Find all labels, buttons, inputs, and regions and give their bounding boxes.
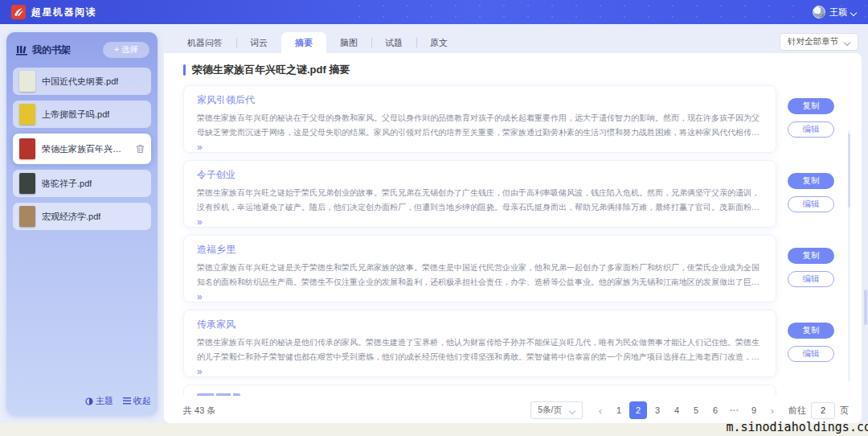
expand-icon[interactable]: » (197, 142, 203, 153)
summary-card: 造福乡里荣德立家族百年兴旺之谜是关于荣德生和荣氏兄弟家族的故事。荣德生是中国近代… (183, 235, 776, 302)
pager: 5条/页 ‹ 123456•••9 › 前往 页 (530, 401, 849, 419)
page-number-6[interactable]: 6 (706, 401, 724, 419)
edit-button[interactable]: 编辑 (788, 346, 834, 362)
edit-button[interactable]: 编辑 (788, 271, 834, 287)
summary-card-row: 令子创业荣德生家族百年兴旺之谜始于荣氏兄弟创业的故事。荣氏兄弟在无锡创办了广生钱… (183, 160, 845, 228)
summary-card-row: 传承家风荣德生家族百年兴旺的秘诀是他们传承的家风。荣德生建造了宝界桥，他认为财富… (183, 310, 845, 377)
card-actions: 复制编辑 (776, 235, 845, 287)
expand-icon[interactable]: » (197, 216, 203, 228)
tab-list: 机器问答词云摘要脑图试题原文 (174, 32, 461, 53)
summary-card: 传承家风荣德生家族百年兴旺的秘诀是他们传承的家风。荣德生建造了宝界桥，他认为财富… (183, 310, 776, 377)
title-accent-bar (183, 64, 186, 76)
app-logo-icon (11, 5, 26, 19)
shelf-title: 我的书架 (32, 43, 71, 57)
page-number-3[interactable]: 3 (649, 401, 666, 419)
collapse-icon (123, 397, 131, 405)
bookshelf-icon (16, 45, 27, 56)
goto-page: 前往 页 (788, 402, 849, 419)
page-ellipsis: ••• (726, 401, 743, 419)
page-number-1[interactable]: 1 (610, 401, 628, 419)
chevron-down-icon (570, 408, 575, 413)
book-cover (19, 206, 35, 227)
select-books-button[interactable]: + 选择 (103, 42, 149, 58)
next-page-button[interactable]: › (764, 405, 780, 417)
brand: 超星机器阅读 (11, 5, 96, 19)
avatar (813, 6, 825, 19)
prev-page-button[interactable]: ‹ (592, 405, 608, 417)
card-text: 荣德立家族百年兴旺之谜是关于荣德生和荣氏兄弟家族的故事。荣德生是中国近代民营企业… (197, 261, 763, 289)
page-number-list: 123456•••9 (610, 401, 763, 419)
book-name: 上帝掷骰子吗.pdf (42, 109, 109, 121)
total-count: 共 43 条 (183, 405, 215, 417)
expand-icon[interactable]: » (197, 291, 203, 302)
page-unit-label: 页 (840, 405, 849, 417)
page-scrollbar-thumb[interactable] (864, 290, 867, 325)
book-list: 中国近代史纲要.pdf上帝掷骰子吗.pdf荣德生家族百年兴旺之谜.p...骆驼祥… (13, 68, 151, 236)
chevron-down-icon (845, 39, 850, 45)
book-cover (19, 104, 35, 125)
copy-button[interactable]: 复制 (788, 248, 834, 264)
edit-button[interactable]: 编辑 (788, 121, 834, 138)
tab-原文[interactable]: 原文 (416, 32, 461, 53)
scrollbar-thumb[interactable] (848, 134, 850, 208)
tab-机器问答[interactable]: 机器问答 (174, 32, 236, 53)
book-item[interactable]: 中国近代史纲要.pdf (13, 68, 151, 95)
topbar: 超星机器阅读 王颖 (0, 0, 868, 24)
theme-label: 主题 (96, 395, 113, 407)
card-actions: 复制编辑 (776, 310, 845, 362)
card-title: 造福乡里 (197, 243, 763, 257)
book-item[interactable]: 宏观经济学.pdf (13, 203, 151, 230)
book-item[interactable]: 骆驼祥子.pdf (13, 170, 151, 197)
card-actions: 复制编辑 (776, 160, 845, 212)
app-title: 超星机器阅读 (31, 6, 96, 19)
user-name: 王颖 (829, 6, 847, 19)
summary-card (183, 385, 776, 396)
copy-button[interactable]: 复制 (788, 323, 834, 339)
book-name: 荣德生家族百年兴旺之谜.p... (42, 143, 129, 155)
tab-脑图[interactable]: 脑图 (326, 32, 371, 53)
tab-摘要[interactable]: 摘要 (281, 32, 326, 53)
clipped-card-title (197, 393, 240, 396)
book-item[interactable]: 荣德生家族百年兴旺之谜.p... (13, 134, 151, 164)
theme-icon (85, 397, 93, 405)
app-root: 超星机器阅读 王颖 我的书架 + 选择 中国近代史纲要.pdf上帝掷骰子吗.pd… (0, 0, 868, 24)
book-name: 中国近代史纲要.pdf (42, 76, 118, 88)
card-text: 荣德生家族百年兴旺的秘诀在于父母的身教和家风。父母以身作则的品德教育对孩子的成长… (197, 111, 763, 139)
trash-icon[interactable] (136, 144, 145, 154)
goto-label: 前往 (788, 405, 806, 417)
book-cover (19, 71, 35, 92)
book-name: 骆驼祥子.pdf (42, 178, 92, 190)
page-number-2[interactable]: 2 (629, 401, 647, 419)
edit-button[interactable]: 编辑 (788, 196, 834, 212)
main-area: 机器问答词云摘要脑图试题原文 针对全部章节 荣德生家族百年兴旺之谜.pdf 摘要… (164, 32, 862, 423)
collapse-button[interactable]: 收起 (123, 395, 151, 407)
page-number-4[interactable]: 4 (668, 401, 686, 419)
book-item[interactable]: 上帝掷骰子吗.pdf (13, 101, 151, 128)
card-title: 家风引领后代 (197, 93, 763, 107)
chapter-filter-select[interactable]: 针对全部章节 (780, 33, 858, 51)
watermark: m.sinodiaholdings.co (726, 420, 868, 434)
page-number-9[interactable]: 9 (745, 401, 763, 419)
tab-试题[interactable]: 试题 (371, 32, 416, 53)
theme-button[interactable]: 主题 (85, 395, 113, 407)
card-title: 令子创业 (197, 168, 763, 182)
user-menu[interactable]: 王颖 (813, 6, 857, 19)
copy-button[interactable]: 复制 (788, 98, 834, 114)
page-size-select[interactable]: 5条/页 (530, 401, 583, 419)
shelf-header: 我的书架 + 选择 (16, 42, 149, 58)
copy-button[interactable]: 复制 (788, 173, 834, 189)
panel-title: 荣德生家族百年兴旺之谜.pdf 摘要 (164, 53, 862, 80)
expand-icon[interactable]: » (197, 366, 203, 377)
card-text: 荣德生家族百年兴旺的秘诀是他们传承的家风。荣德生建造了宝界桥，他认为财富传给子孙… (197, 335, 763, 364)
document-summary-title: 荣德生家族百年兴旺之谜.pdf 摘要 (192, 63, 350, 77)
page-number-5[interactable]: 5 (687, 401, 705, 419)
goto-page-input[interactable] (811, 402, 835, 419)
page-size-value: 5条/页 (538, 405, 562, 416)
tab-bar: 机器问答词云摘要脑图试题原文 针对全部章节 (164, 32, 862, 53)
summary-card: 令子创业荣德生家族百年兴旺之谜始于荣氏兄弟创业的故事。荣氏兄弟在无锡创办了广生钱… (183, 160, 776, 228)
summary-card-row: 家风引领后代荣德生家族百年兴旺的秘诀在于父母的身教和家风。父母以身作则的品德教育… (183, 85, 845, 153)
body: 我的书架 + 选择 中国近代史纲要.pdf上帝掷骰子吗.pdf荣德生家族百年兴旺… (0, 24, 868, 423)
summary-card-row: 造福乡里荣德立家族百年兴旺之谜是关于荣德生和荣氏兄弟家族的故事。荣德生是中国近代… (183, 235, 845, 302)
tab-词云[interactable]: 词云 (236, 32, 281, 53)
book-cover (19, 138, 35, 159)
